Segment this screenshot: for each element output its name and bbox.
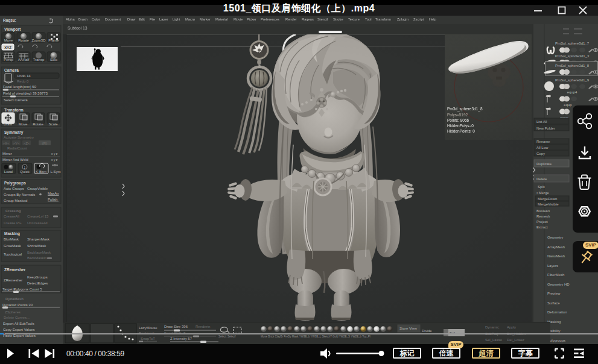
svg-text:GroupVisible: GroupVisible [27,187,48,190]
svg-text:>X<: >X< [2,142,10,145]
svg-text:MergeVisible: MergeVisible [538,202,559,206]
svg-text:MergeDown: MergeDown [538,197,557,201]
svg-text:BackfaceMask: BackfaceMask [27,251,51,254]
svg-text:PmSol_sphere3d1_9: PmSol_sphere3d1_9 [555,78,590,82]
svg-text:Boolean: Boolean [536,209,550,213]
svg-text:LazyMouse: LazyMouse [139,326,157,330]
svg-text:Surface: Surface [547,301,560,305]
svg-text:FiberMesh: FiberMesh [547,273,564,277]
svg-text:UnCreaseAll: UnCreaseAll [27,221,48,225]
svg-text:Field of view(deg) 39.59775: Field of view(deg) 39.59775 [3,92,48,95]
svg-text:Auto Groups: Auto Groups [4,187,24,190]
svg-text:Camera: Camera [4,68,19,72]
svg-text:Geometry HD: Geometry HD [547,283,570,286]
svg-text:K-Bsm: K-Bsm [36,170,46,174]
svg-text:Persp: Persp [4,58,13,61]
svg-text:Masking: Masking [4,231,20,236]
svg-text:DynaMesh: DynaMesh [5,297,24,301]
svg-text:Z Intensity 57: Z Intensity 57 [170,337,192,340]
svg-text:Duplicate: Duplicate [536,162,552,166]
svg-text:equp: equp [564,103,572,107]
svg-text:Symmetry: Symmetry [4,130,24,135]
svg-text:BlurMask: BlurMask [4,237,19,241]
svg-text:Pm3d_sphere3d1_8: Pm3d_sphere3d1_8 [447,107,483,111]
svg-text:Sel_Lasso: Sel_Lasso [485,338,503,342]
svg-text:All Low: All Low [536,146,549,149]
svg-text:Delete Curves...: Delete Curves... [4,316,30,319]
svg-text:GrowMask: GrowMask [4,244,22,248]
svg-text:Split: Split [538,185,545,189]
svg-text:KeepGroups: KeepGroups [27,275,48,279]
svg-text:Rotate: Rotate [33,122,43,126]
svg-text:DetectEdges: DetectEdges [27,281,48,285]
svg-text:Transp: Transp [33,58,45,61]
svg-text:SnapToT: SnapToT [141,337,155,340]
svg-text:Redo 0: Redo 0 [17,80,29,83]
svg-text:Project: Project [536,220,548,224]
svg-text:NanoMesh: NanoMesh [547,254,565,258]
svg-text:Undo 14: Undo 14 [17,74,31,78]
svg-text:List All: List All [536,120,547,124]
svg-text:ZRemesher: ZRemesher [4,268,26,272]
svg-text:HiddenPoints: 0: HiddenPoints: 0 [447,129,475,133]
svg-text:Zoom3D: Zoom3D [31,39,46,42]
svg-text:PmSol_sphere3d1_8: PmSol_sphere3d1_8 [555,64,590,67]
svg-text:HiddenPolys=0: HiddenPolys=0 [447,124,474,128]
svg-text:Polys=5192: Polys=5192 [447,113,468,118]
svg-text:BackMaskIn: BackMaskIn [27,256,47,260]
svg-text:XYZ: XYZ [4,46,11,49]
svg-text:Deformation: Deformation [547,310,567,314]
svg-text:Divide: Divide [422,329,432,333]
svg-text:Draw: Draw [4,122,13,126]
svg-text:equp4: equp4 [567,90,577,94]
svg-text:Select: Select!: Select: Select! [218,335,236,338]
svg-text:x y z: x y z [51,152,58,155]
svg-text:Apply: Apply [507,325,516,329]
svg-text:Local: Local [4,170,13,174]
svg-text:ZSpheres: ZSpheres [5,310,21,314]
svg-text:Scale: Scale [48,122,58,126]
svg-text:>Y<: >Y< [13,142,20,145]
svg-text:Select Camera: Select Camera [4,98,28,102]
svg-text:Viewport: Viewport [4,27,21,32]
svg-text:Geometry: Geometry [547,236,563,239]
svg-text:Mirror And Weld: Mirror And Weld [2,158,28,162]
svg-text:AAHalf: AAHalf [18,58,30,61]
svg-text:Del_Lower: Del_Lower [507,338,524,342]
svg-text:CreaseLvl 15: CreaseLvl 15 [27,215,49,218]
svg-text:Groups By Normals: Groups By Normals [4,193,35,196]
svg-text:L.Sym: L.Sym [50,170,60,174]
svg-text:Renderin: Renderin [196,325,210,328]
svg-text:Transform: Transform [4,108,24,112]
svg-text:MaxAn: MaxAn [48,192,59,195]
svg-text:RadialCount: RadialCount [7,146,27,150]
svg-text:PmSol_sphere3d1_7: PmSol_sphere3d1_7 [555,42,590,45]
svg-text:Raqsu:: Raqsu: [3,18,16,23]
svg-text:Delete: Delete [536,177,547,181]
svg-text:Rotate: Rotate [18,39,29,42]
svg-text:CreaseAll: CreaseAll [4,215,19,218]
svg-text:(R): (R) [42,142,47,145]
svg-text:ArrayMesh: ArrayMesh [547,245,565,249]
svg-text:Group Masked: Group Masked [4,199,27,202]
svg-text:Move: Move [19,122,28,126]
svg-text:Move Brick ClayBr FreDy Ma: Move Brick ClayBr FreDy Mask YW3E_b YW3E… [261,335,371,338]
svg-text:Preview: Preview [547,292,561,295]
svg-text:Solo: Solo [50,58,58,61]
svg-text:Rename: Rename [536,140,550,143]
svg-text:1: 1 [24,166,26,169]
svg-text:Copy Export Values: Copy Export Values [3,328,35,331]
svg-text:Store View: Store View [399,327,418,330]
svg-text:Quick: Quick [20,170,30,174]
svg-text:Move: Move [4,39,13,42]
svg-text:New Folder: New Folder [536,127,555,130]
svg-text:Remesh: Remesh [536,215,550,218]
svg-text:ZRemesher: ZRemesher [4,278,22,282]
svg-text:Mirror: Mirror [2,152,12,155]
svg-text:Layers: Layers [547,264,558,268]
svg-text:Export All SubTools: Export All SubTools [3,322,34,325]
svg-text:>Z<: >Z< [24,142,30,145]
svg-text:Crease PG: Crease PG [4,221,22,225]
svg-text:Polish: Polish [48,198,57,201]
svg-text:Dynamic: Dynamic [485,325,499,329]
